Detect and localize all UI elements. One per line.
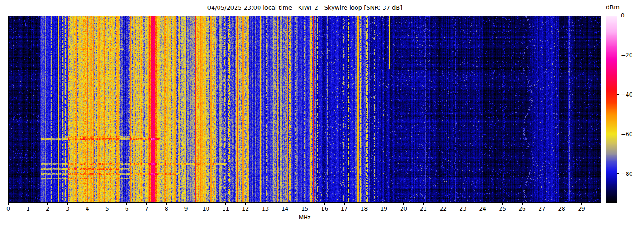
x-axis-tick <box>403 203 404 205</box>
x-axis-tick <box>581 203 582 205</box>
x-axis-tick <box>562 203 562 205</box>
x-axis-tick-label: 16 <box>321 206 328 212</box>
x-axis-tick <box>542 203 542 205</box>
colorbar-tick-label: −40 <box>621 92 632 98</box>
colorbar-tick-label: −80 <box>621 171 632 177</box>
x-axis-tick <box>265 203 265 205</box>
x-axis-tick <box>522 203 523 205</box>
x-axis-tick <box>443 203 443 205</box>
x-axis-tick-label: 3 <box>66 206 69 212</box>
x-axis-tick <box>305 203 305 205</box>
x-axis-tick <box>463 203 463 205</box>
x-axis-tick <box>146 203 147 205</box>
x-axis-tick-label: 28 <box>558 206 565 212</box>
x-axis-tick-label: 22 <box>440 206 447 212</box>
colorbar-tick-label: 0 <box>621 12 625 19</box>
x-axis-tick-label: 25 <box>499 206 506 212</box>
colorbar-tick-label: −60 <box>621 131 632 138</box>
x-axis-tick <box>186 203 186 205</box>
x-axis-tick-label: 20 <box>400 206 407 212</box>
x-axis-tick-label: 12 <box>242 206 249 212</box>
x-axis-tick <box>225 203 226 205</box>
x-axis-tick <box>47 203 48 205</box>
colorbar-tick <box>617 134 619 134</box>
x-axis-label: MHz <box>8 214 601 221</box>
x-axis-tick-label: 2 <box>46 206 50 212</box>
x-axis-tick-label: 14 <box>282 206 288 212</box>
x-axis-tick <box>483 203 483 205</box>
x-axis-tick-label: 11 <box>222 206 229 212</box>
colorbar-tick <box>617 173 619 174</box>
x-axis-tick <box>245 203 246 205</box>
chart-title: 04/05/2025 23:00 local time - KIWI_2 - S… <box>8 4 601 11</box>
x-axis-tick-label: 24 <box>479 206 486 212</box>
x-axis-tick-label: 29 <box>578 206 585 212</box>
x-axis-tick <box>28 203 28 205</box>
x-axis-tick <box>166 203 167 205</box>
x-axis-tick-label: 13 <box>262 206 269 212</box>
x-axis-tick <box>206 203 206 205</box>
x-axis-tick <box>285 203 285 205</box>
x-axis-tick-label: 4 <box>86 206 89 212</box>
colorbar-tick <box>617 94 619 95</box>
x-axis-tick <box>8 203 9 205</box>
spectrum-waterfall-figure: 04/05/2025 23:00 local time - KIWI_2 - S… <box>0 0 644 230</box>
x-axis-tick <box>87 203 87 205</box>
x-axis-tick-label: 26 <box>518 206 525 212</box>
colorbar-tick-label: −20 <box>621 52 632 58</box>
x-axis-tick-label: 8 <box>165 206 168 212</box>
x-axis-tick-label: 23 <box>460 206 466 212</box>
x-axis-tick-label: 17 <box>341 206 348 212</box>
x-axis-tick-label: 15 <box>301 206 308 212</box>
x-axis-tick <box>67 203 68 205</box>
x-axis-tick-label: 19 <box>380 206 387 212</box>
x-axis-tick-label: 0 <box>6 206 10 212</box>
x-axis-tick-label: 10 <box>202 206 209 212</box>
x-axis-tick-label: 27 <box>538 206 545 212</box>
colorbar-tick <box>617 16 619 16</box>
x-axis-tick <box>384 203 384 205</box>
x-axis-tick <box>502 203 503 205</box>
x-axis-tick-label: 7 <box>145 206 149 212</box>
x-axis-tick <box>364 203 364 205</box>
waterfall-canvas <box>9 16 601 202</box>
x-axis-tick-label: 5 <box>105 206 109 212</box>
colorbar-title: dBm <box>603 4 622 11</box>
x-axis-tick <box>107 203 107 205</box>
colorbar <box>606 16 617 203</box>
x-axis-tick <box>126 203 127 205</box>
waterfall-plot-area <box>8 16 601 203</box>
x-axis-tick-label: 1 <box>26 206 30 212</box>
colorbar-tick <box>617 55 619 55</box>
x-axis-tick-label: 6 <box>125 206 129 212</box>
x-axis-tick-label: 9 <box>184 206 188 212</box>
x-axis-tick <box>324 203 325 205</box>
x-axis-tick-label: 18 <box>361 206 368 212</box>
x-axis-tick <box>423 203 424 205</box>
x-axis-tick-label: 21 <box>420 206 427 212</box>
x-axis-tick <box>344 203 345 205</box>
